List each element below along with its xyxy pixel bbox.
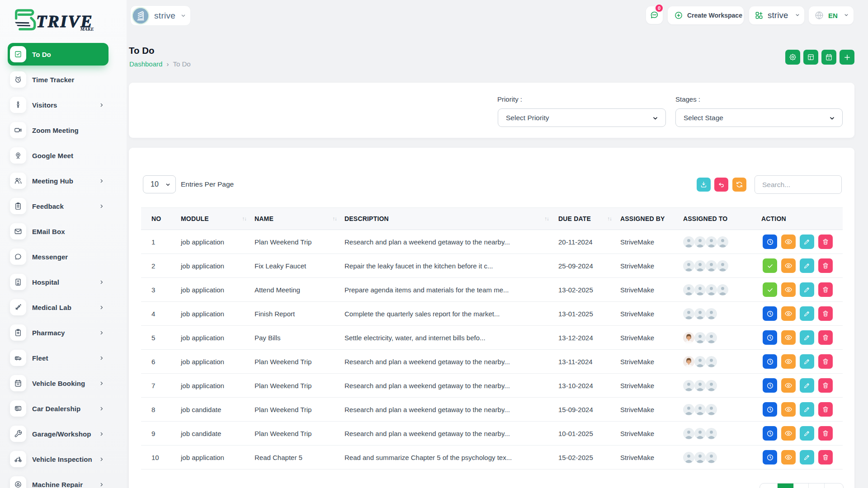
svg-text:MAKE: MAKE xyxy=(80,27,94,32)
